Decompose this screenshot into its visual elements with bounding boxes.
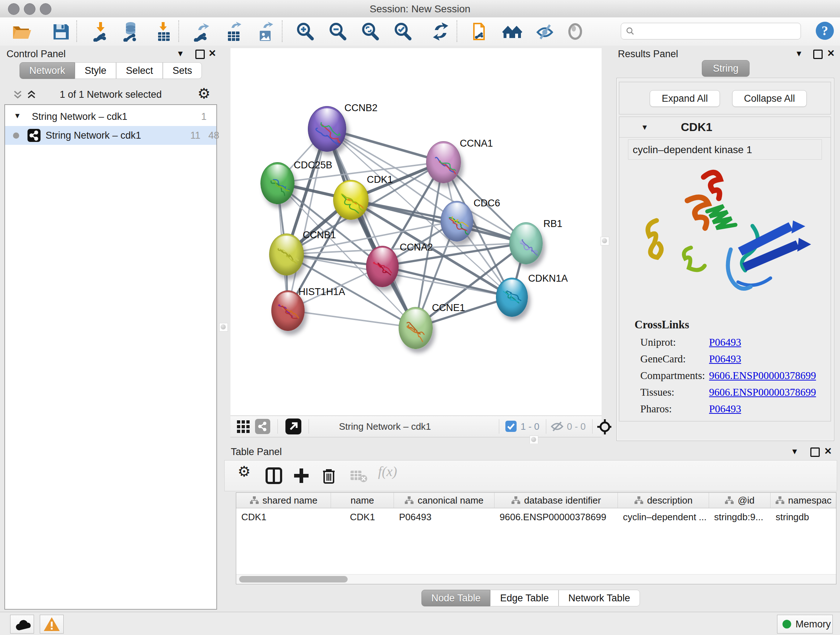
expand-all-button[interactable]: Expand All	[650, 90, 720, 107]
right-splitter-handle[interactable]	[600, 237, 609, 245]
cell-id[interactable]: stringdb:9...	[709, 508, 771, 525]
export-table-icon[interactable]	[224, 21, 244, 42]
column-header[interactable]: name	[331, 493, 394, 508]
panel-float-icon[interactable]	[195, 50, 205, 59]
column-header[interactable]: shared name	[236, 493, 331, 508]
crosslink-link[interactable]: P06493	[709, 336, 741, 348]
network-node-CCNB1[interactable]	[269, 233, 304, 276]
tab-select[interactable]: Select	[116, 62, 163, 79]
network-canvas[interactable]: CCNB2CCNA1CDC25BCDK1CDC6RB1CCNB1CCNA2CDK…	[231, 48, 602, 415]
network-view: CCNB2CCNA1CDC25BCDK1CDC6RB1CCNB1CCNA2CDK…	[221, 46, 611, 443]
zoom-selected-icon[interactable]	[393, 21, 413, 42]
import-network-file-icon[interactable]	[90, 21, 111, 42]
zoom-in-icon[interactable]	[295, 21, 315, 42]
column-header[interactable]: description	[618, 493, 709, 508]
scrollbar-thumb[interactable]	[239, 576, 347, 583]
birds-eye-grid-icon[interactable]	[236, 420, 251, 434]
memory-button[interactable]: Memory	[777, 615, 833, 633]
network-node-RB1[interactable]	[509, 222, 543, 264]
crosslink-link[interactable]: 9606.ENSP00000378699	[709, 370, 816, 382]
panel-float-icon[interactable]	[813, 50, 823, 59]
zoom-out-icon[interactable]	[327, 21, 347, 42]
export-image-icon[interactable]	[256, 21, 276, 42]
refresh-icon[interactable]	[431, 21, 451, 42]
panel-close-icon[interactable]: ✕	[208, 48, 216, 59]
tab-sets[interactable]: Sets	[163, 62, 202, 79]
network-node-CDC25B[interactable]	[261, 162, 294, 204]
selected-counts: 1 - 0	[521, 421, 539, 432]
column-header[interactable]: @id	[709, 493, 771, 508]
tab-node-table[interactable]: Node Table	[422, 590, 490, 606]
column-header[interactable]: namespac	[771, 493, 836, 508]
warnings-button[interactable]	[40, 615, 64, 633]
import-network-database-icon[interactable]	[121, 21, 141, 42]
search-input[interactable]	[621, 23, 801, 40]
network-node-CCNA2[interactable]	[366, 246, 399, 287]
show-columns-icon[interactable]	[264, 466, 283, 485]
collection-expander-icon[interactable]: ▾	[15, 111, 19, 120]
panel-close-icon[interactable]: ✕	[827, 48, 835, 59]
column-header[interactable]: database identifier	[494, 493, 618, 508]
selected-checkbox-icon[interactable]	[505, 421, 516, 432]
network-options-gear-icon[interactable]: ⚙	[197, 84, 210, 103]
hide-selected-icon[interactable]	[535, 21, 555, 42]
cell-description[interactable]: cyclin–dependent ...	[618, 508, 709, 525]
network-node-CCNB2[interactable]	[308, 106, 346, 152]
panel-menu-icon[interactable]: ▾	[178, 48, 183, 59]
string-view-icon[interactable]	[255, 419, 270, 434]
tab-style[interactable]: Style	[75, 62, 116, 79]
column-header[interactable]: canonical name	[394, 493, 494, 508]
network-node-CCNA1[interactable]	[426, 141, 461, 183]
zoom-fit-icon[interactable]	[360, 21, 380, 42]
crosslink-link[interactable]: P06493	[709, 353, 741, 365]
tab-network[interactable]: Network	[19, 62, 75, 79]
delete-column-icon[interactable]	[319, 466, 338, 485]
network-collection-row[interactable]: ▾ String Network – cdk1 1	[5, 107, 216, 126]
tab-edge-table[interactable]: Edge Table	[490, 590, 559, 606]
network-node-CDK1[interactable]	[333, 180, 369, 220]
crosslink-link[interactable]: 9606.ENSP00000378699	[709, 386, 816, 398]
table-row[interactable]: CDK1 CDK1 P06493 9606.ENSP00000378699 cy…	[236, 508, 836, 525]
entry-expander-icon[interactable]: ▾	[643, 122, 647, 132]
cell-namespace[interactable]: stringdb	[771, 508, 836, 525]
string-import-icon[interactable]	[470, 21, 491, 42]
show-all-icon[interactable]	[565, 21, 585, 42]
panel-menu-icon[interactable]: ▾	[797, 48, 801, 59]
left-splitter-handle[interactable]	[219, 323, 228, 332]
fit-crosshair-icon[interactable]	[597, 418, 613, 435]
help-icon[interactable]: ?	[815, 21, 835, 41]
network-row[interactable]: String Network – cdk1 11 48	[5, 126, 216, 145]
network-node-CDC6[interactable]	[441, 201, 473, 241]
panel-float-icon[interactable]	[810, 448, 820, 457]
node-structure-thumbnail	[515, 232, 538, 258]
network-edge[interactable]	[287, 128, 327, 310]
open-session-icon[interactable]	[11, 21, 31, 42]
open-in-window-icon[interactable]	[286, 418, 302, 434]
cell-shared-name[interactable]: CDK1	[236, 508, 331, 525]
cloud-button[interactable]	[10, 615, 34, 633]
network-node-CCNE1[interactable]	[399, 307, 433, 349]
cell-database-identifier[interactable]: 9606.ENSP00000378699	[494, 508, 618, 525]
tab-network-table[interactable]: Network Table	[559, 590, 640, 606]
cell-name[interactable]: CDK1	[331, 508, 394, 525]
crosslink-link[interactable]: P06493	[709, 403, 741, 415]
gene-entry-header[interactable]: ▾ CDK1	[619, 117, 831, 138]
first-neighbors-icon[interactable]	[502, 21, 523, 42]
toolbar-separator	[456, 20, 457, 42]
table-options-gear-icon[interactable]: ⚙	[238, 462, 256, 481]
add-column-icon[interactable]	[292, 466, 311, 485]
tab-string[interactable]: String	[702, 60, 750, 77]
network-edge[interactable]	[327, 128, 415, 328]
cell-canonical-name[interactable]: P06493	[394, 508, 494, 525]
save-session-icon[interactable]	[51, 21, 71, 42]
export-network-icon[interactable]	[192, 21, 212, 42]
collapse-all-button[interactable]: Collapse All	[732, 90, 807, 107]
network-node-CDKN1A[interactable]	[496, 278, 528, 317]
import-table-file-icon[interactable]	[154, 21, 174, 42]
panel-close-icon[interactable]: ✕	[824, 446, 832, 457]
table-horizontal-scrollbar[interactable]	[236, 574, 836, 584]
search-icon	[625, 27, 635, 36]
network-edge[interactable]	[287, 310, 415, 328]
panel-menu-icon[interactable]: ▾	[792, 446, 797, 457]
bottom-splitter-handle[interactable]	[530, 435, 538, 444]
